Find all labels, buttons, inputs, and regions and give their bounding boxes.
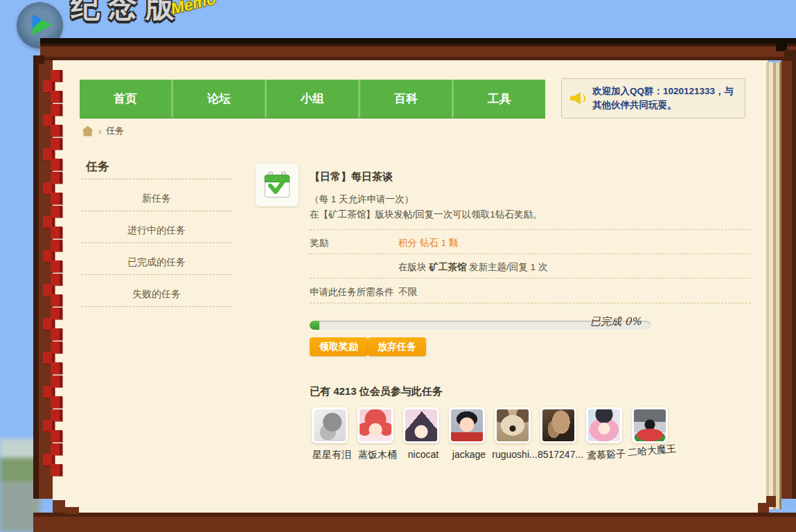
divider	[310, 254, 751, 254]
requirement-board[interactable]: 矿工茶馆	[429, 262, 466, 272]
divider	[310, 303, 751, 303]
site-logo-text: 纪念版	[71, 0, 183, 26]
avatar[interactable]	[495, 407, 531, 443]
nav-item-wiki[interactable]: 百科	[358, 80, 452, 118]
sidebar-item-failed[interactable]: 失败的任务	[81, 288, 232, 301]
task-tile	[256, 163, 299, 206]
member-cell: 星星有泪	[312, 407, 352, 443]
task-frequency: （每 1 天允许申请一次）	[310, 193, 414, 206]
nav-item-forum[interactable]: 论坛	[171, 80, 265, 118]
nav-item-tools[interactable]: 工具	[452, 80, 545, 118]
member-name[interactable]: nicocat	[408, 449, 439, 460]
task-title: 【日常】每日茶谈	[310, 170, 393, 184]
breadcrumb-current: 任务	[106, 125, 124, 137]
avatar[interactable]	[403, 407, 439, 443]
member-cell: 鸢慕谿子	[586, 407, 626, 443]
member-cell: 蒸饭木桶	[357, 407, 398, 443]
requirement-prefix: 在版块	[398, 262, 429, 272]
calendar-check-icon	[262, 170, 292, 200]
member-name[interactable]: 星星有泪	[312, 449, 351, 461]
member-cell: 二哈大魔王	[632, 407, 672, 443]
condition-value: 不限	[398, 286, 417, 299]
reward-value: 积分 钻石 1 颗	[398, 237, 458, 249]
frame-corner-step	[42, 38, 54, 44]
avatar[interactable]	[312, 407, 348, 443]
binding-rings	[43, 80, 71, 496]
sidebar-item-in-progress[interactable]: 进行中的任务	[81, 224, 232, 237]
member-cell: 8517247...	[540, 407, 581, 443]
task-description: 在【矿工茶馆】版块发帖/回复一次可以领取1钻石奖励。	[310, 209, 542, 221]
page-edge-strips	[766, 62, 781, 509]
members-heading: 已有 4213 位会员参与此任务	[310, 385, 443, 398]
divider	[81, 274, 232, 275]
abandon-task-button[interactable]: 放弃任务	[368, 337, 426, 356]
member-cell: ruguoshi...	[495, 407, 535, 443]
divider	[310, 229, 751, 230]
avatar[interactable]	[449, 407, 485, 443]
member-name[interactable]: jackage	[452, 449, 486, 460]
progress-label: 已完成 0%	[590, 315, 642, 328]
reward-label: 奖励	[310, 237, 328, 249]
frame-corner-step	[65, 507, 79, 514]
avatar[interactable]	[540, 407, 576, 443]
home-icon[interactable]	[82, 126, 94, 136]
main-nav: 首页 论坛 小组 百科 工具	[80, 80, 545, 118]
site-logo-subtext: Memo	[169, 0, 218, 19]
member-cell: nicocat	[403, 407, 443, 443]
progress-fill	[310, 321, 319, 330]
member-name[interactable]: 8517247...	[538, 449, 583, 460]
avatar[interactable]	[357, 407, 393, 443]
nav-item-home[interactable]: 首页	[80, 80, 171, 118]
frame-top	[40, 44, 796, 60]
frame-top-edge	[40, 38, 796, 44]
qq-notice-text: 欢迎加入QQ群：1020121333，与其他伙伴共同玩耍。	[592, 85, 738, 113]
frame-corner-step	[784, 50, 796, 61]
sidebar-item-new-tasks[interactable]: 新任务	[81, 193, 232, 205]
frame-corner-step	[766, 496, 776, 507]
divider	[81, 179, 232, 179]
member-name[interactable]: 鸢慕谿子	[587, 448, 626, 463]
requirement-suffix: 发新主题/回复 1 次	[466, 262, 547, 272]
member-cell: jackage	[449, 407, 489, 443]
speaker-icon	[570, 91, 585, 106]
divider	[310, 278, 751, 278]
nav-item-groups[interactable]: 小组	[265, 80, 358, 118]
sidebar-item-completed[interactable]: 已完成的任务	[81, 256, 232, 269]
frame-bottom	[33, 513, 796, 532]
qq-group-notice: 欢迎加入QQ群：1020121333，与其他伙伴共同玩耍。	[561, 78, 745, 118]
breadcrumb-separator: ›	[98, 126, 101, 136]
divider	[81, 242, 232, 243]
claim-reward-button[interactable]: 领取奖励	[310, 337, 368, 356]
avatar[interactable]	[632, 407, 668, 443]
sidebar-title: 任务	[86, 159, 109, 175]
frame-corner-step	[33, 55, 44, 64]
breadcrumb: › 任务	[82, 124, 124, 138]
frame-right	[781, 60, 796, 499]
divider	[81, 306, 232, 307]
frame-corner-step	[53, 500, 65, 513]
divider	[81, 211, 232, 211]
avatar[interactable]	[586, 407, 622, 443]
requirement-value: 在版块 矿工茶馆 发新主题/回复 1 次	[398, 261, 547, 274]
member-name[interactable]: ruguoshi...	[492, 449, 537, 460]
condition-label: 申请此任务所需条件	[310, 286, 394, 299]
member-name[interactable]: 蒸饭木桶	[358, 449, 397, 461]
